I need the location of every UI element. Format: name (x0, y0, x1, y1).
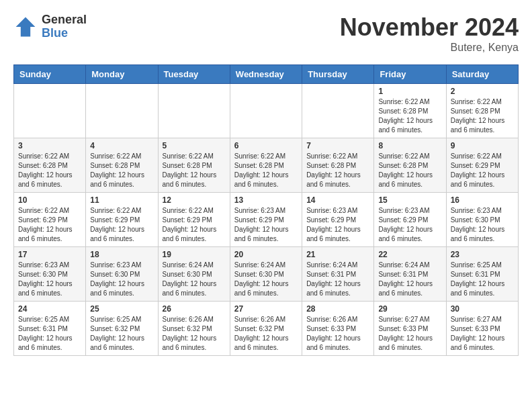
calendar-cell: 16Sunrise: 6:23 AM Sunset: 6:30 PM Dayli… (446, 193, 518, 247)
day-number: 9 (451, 141, 514, 150)
calendar-cell (86, 84, 158, 138)
day-info: Sunrise: 6:24 AM Sunset: 6:31 PM Dayligh… (306, 261, 369, 298)
day-number: 27 (234, 304, 298, 314)
calendar-cell: 23Sunrise: 6:25 AM Sunset: 6:31 PM Dayli… (446, 247, 518, 302)
calendar-cell: 12Sunrise: 6:22 AM Sunset: 6:29 PM Dayli… (158, 193, 230, 247)
calendar-cell: 30Sunrise: 6:27 AM Sunset: 6:33 PM Dayli… (446, 302, 518, 356)
calendar-day-header: Sunday (14, 65, 86, 84)
calendar-cell: 6Sunrise: 6:22 AM Sunset: 6:28 PM Daylig… (230, 138, 302, 193)
day-info: Sunrise: 6:23 AM Sunset: 6:29 PM Dayligh… (378, 206, 441, 244)
month-title: November 2024 (340, 13, 519, 42)
svg-marker-0 (16, 17, 36, 36)
day-number: 30 (451, 304, 514, 314)
day-info: Sunrise: 6:22 AM Sunset: 6:29 PM Dayligh… (18, 206, 81, 244)
day-info: Sunrise: 6:26 AM Sunset: 6:32 PM Dayligh… (234, 315, 298, 353)
calendar-cell: 1Sunrise: 6:22 AM Sunset: 6:28 PM Daylig… (374, 84, 446, 138)
day-info: Sunrise: 6:22 AM Sunset: 6:28 PM Dayligh… (378, 152, 441, 189)
day-info: Sunrise: 6:23 AM Sunset: 6:29 PM Dayligh… (306, 206, 369, 244)
calendar-cell: 28Sunrise: 6:26 AM Sunset: 6:33 PM Dayli… (302, 302, 374, 356)
calendar-cell: 4Sunrise: 6:22 AM Sunset: 6:28 PM Daylig… (86, 138, 158, 193)
day-info: Sunrise: 6:24 AM Sunset: 6:30 PM Dayligh… (234, 261, 298, 298)
calendar-cell (302, 84, 374, 138)
day-info: Sunrise: 6:25 AM Sunset: 6:31 PM Dayligh… (451, 261, 514, 298)
logo-text: General Blue (42, 13, 87, 40)
day-info: Sunrise: 6:23 AM Sunset: 6:29 PM Dayligh… (234, 206, 298, 244)
day-info: Sunrise: 6:27 AM Sunset: 6:33 PM Dayligh… (378, 315, 441, 353)
day-info: Sunrise: 6:22 AM Sunset: 6:28 PM Dayligh… (306, 152, 369, 189)
calendar: SundayMondayTuesdayWednesdayThursdayFrid… (13, 64, 519, 356)
logo-general: General (42, 13, 87, 27)
day-number: 10 (18, 195, 81, 205)
calendar-cell: 9Sunrise: 6:22 AM Sunset: 6:29 PM Daylig… (446, 138, 518, 193)
calendar-day-header: Thursday (302, 65, 374, 84)
calendar-cell: 2Sunrise: 6:22 AM Sunset: 6:28 PM Daylig… (446, 84, 518, 138)
calendar-cell: 14Sunrise: 6:23 AM Sunset: 6:29 PM Dayli… (302, 193, 374, 247)
day-info: Sunrise: 6:24 AM Sunset: 6:30 PM Dayligh… (163, 261, 226, 298)
day-info: Sunrise: 6:22 AM Sunset: 6:28 PM Dayligh… (378, 97, 441, 135)
day-info: Sunrise: 6:22 AM Sunset: 6:29 PM Dayligh… (163, 206, 226, 244)
calendar-cell: 11Sunrise: 6:22 AM Sunset: 6:29 PM Dayli… (86, 193, 158, 247)
calendar-day-header: Monday (86, 65, 158, 84)
calendar-cell: 29Sunrise: 6:27 AM Sunset: 6:33 PM Dayli… (374, 302, 446, 356)
day-number: 21 (306, 250, 369, 259)
calendar-header-row: SundayMondayTuesdayWednesdayThursdayFrid… (14, 65, 519, 84)
day-number: 19 (163, 250, 226, 259)
calendar-cell: 27Sunrise: 6:26 AM Sunset: 6:32 PM Dayli… (230, 302, 302, 356)
calendar-cell: 24Sunrise: 6:25 AM Sunset: 6:31 PM Dayli… (14, 302, 86, 356)
day-number: 8 (378, 141, 441, 150)
day-number: 29 (378, 304, 441, 314)
calendar-body: 1Sunrise: 6:22 AM Sunset: 6:28 PM Daylig… (14, 84, 519, 356)
day-number: 18 (90, 250, 153, 259)
calendar-cell: 10Sunrise: 6:22 AM Sunset: 6:29 PM Dayli… (14, 193, 86, 247)
calendar-week-row: 17Sunrise: 6:23 AM Sunset: 6:30 PM Dayli… (14, 247, 519, 302)
day-info: Sunrise: 6:26 AM Sunset: 6:33 PM Dayligh… (306, 315, 369, 353)
calendar-cell (230, 84, 302, 138)
calendar-day-header: Wednesday (230, 65, 302, 84)
page-header: General Blue November 2024 Butere, Kenya (13, 13, 519, 54)
calendar-week-row: 10Sunrise: 6:22 AM Sunset: 6:29 PM Dayli… (14, 193, 519, 247)
day-number: 25 (90, 304, 153, 314)
logo: General Blue (13, 13, 87, 40)
day-number: 6 (234, 141, 298, 150)
day-number: 28 (306, 304, 369, 314)
day-info: Sunrise: 6:23 AM Sunset: 6:30 PM Dayligh… (18, 261, 81, 298)
day-info: Sunrise: 6:23 AM Sunset: 6:30 PM Dayligh… (451, 206, 514, 244)
day-number: 20 (234, 250, 298, 259)
day-number: 16 (451, 195, 514, 205)
day-number: 5 (163, 141, 226, 150)
day-info: Sunrise: 6:24 AM Sunset: 6:31 PM Dayligh… (378, 261, 441, 298)
calendar-cell: 3Sunrise: 6:22 AM Sunset: 6:28 PM Daylig… (14, 138, 86, 193)
day-info: Sunrise: 6:22 AM Sunset: 6:29 PM Dayligh… (90, 206, 153, 244)
calendar-week-row: 1Sunrise: 6:22 AM Sunset: 6:28 PM Daylig… (14, 84, 519, 138)
calendar-cell: 26Sunrise: 6:26 AM Sunset: 6:32 PM Dayli… (158, 302, 230, 356)
calendar-day-header: Saturday (446, 65, 518, 84)
day-number: 1 (378, 87, 441, 96)
day-info: Sunrise: 6:22 AM Sunset: 6:28 PM Dayligh… (234, 152, 298, 189)
day-number: 23 (451, 250, 514, 259)
day-info: Sunrise: 6:22 AM Sunset: 6:28 PM Dayligh… (90, 152, 153, 189)
day-number: 12 (163, 195, 226, 205)
day-number: 14 (306, 195, 369, 205)
day-number: 11 (90, 195, 153, 205)
calendar-cell: 21Sunrise: 6:24 AM Sunset: 6:31 PM Dayli… (302, 247, 374, 302)
day-info: Sunrise: 6:22 AM Sunset: 6:28 PM Dayligh… (451, 97, 514, 135)
calendar-cell: 18Sunrise: 6:23 AM Sunset: 6:30 PM Dayli… (86, 247, 158, 302)
calendar-cell: 22Sunrise: 6:24 AM Sunset: 6:31 PM Dayli… (374, 247, 446, 302)
calendar-cell: 25Sunrise: 6:25 AM Sunset: 6:32 PM Dayli… (86, 302, 158, 356)
calendar-cell (14, 84, 86, 138)
day-number: 4 (90, 141, 153, 150)
day-info: Sunrise: 6:27 AM Sunset: 6:33 PM Dayligh… (451, 315, 514, 353)
day-number: 2 (451, 87, 514, 96)
day-number: 7 (306, 141, 369, 150)
title-block: November 2024 Butere, Kenya (340, 13, 519, 54)
day-info: Sunrise: 6:22 AM Sunset: 6:28 PM Dayligh… (18, 152, 81, 189)
day-number: 26 (163, 304, 226, 314)
day-number: 3 (18, 141, 81, 150)
calendar-day-header: Friday (374, 65, 446, 84)
calendar-cell: 20Sunrise: 6:24 AM Sunset: 6:30 PM Dayli… (230, 247, 302, 302)
calendar-cell: 7Sunrise: 6:22 AM Sunset: 6:28 PM Daylig… (302, 138, 374, 193)
location: Butere, Kenya (340, 42, 519, 54)
calendar-week-row: 24Sunrise: 6:25 AM Sunset: 6:31 PM Dayli… (14, 302, 519, 356)
day-number: 17 (18, 250, 81, 259)
calendar-cell: 19Sunrise: 6:24 AM Sunset: 6:30 PM Dayli… (158, 247, 230, 302)
